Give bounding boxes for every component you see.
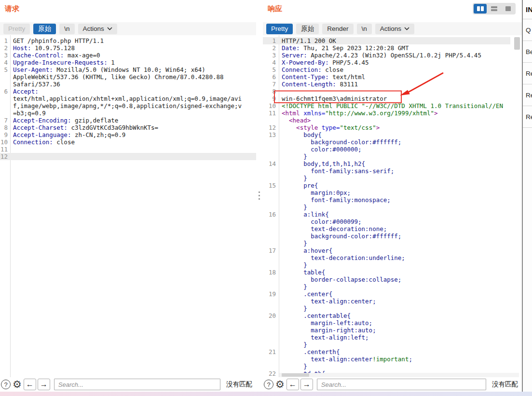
tab-raw[interactable]: 原始 [296, 24, 319, 34]
tab-pretty[interactable]: Pretty [3, 24, 30, 34]
layout-split-columns-button[interactable] [474, 4, 487, 14]
code-line: 16 a:link{ [263, 211, 510, 218]
code-line: 1HTTP/1.1 200 OK [263, 37, 510, 44]
code-text: Cache-Control: max-age=0 [10, 52, 100, 59]
inspector-item[interactable]: Re [523, 63, 532, 84]
arrow-right-icon: → [303, 381, 311, 388]
response-panel-title: 响应 [268, 4, 282, 14]
tab-label: Pretty [8, 25, 25, 32]
code-text: text-align:center!important; [279, 355, 412, 363]
request-search-input[interactable] [54, 379, 220, 390]
horizontal-scrollbar-thumb[interactable] [282, 373, 309, 377]
request-tabbar: Pretty原始\nActions [0, 22, 256, 35]
layout-split-rows-button[interactable] [488, 4, 501, 14]
code-line: text/html,application/xhtml+xml,applicat… [0, 95, 256, 102]
code-text: color:#000099; [279, 218, 362, 225]
code-text: <style type="text/css"> [279, 124, 380, 131]
tab-raw[interactable]: 原始 [33, 24, 56, 34]
code-text: color:#000000; [279, 146, 362, 153]
arrow-left-icon: ← [26, 381, 34, 388]
code-text: } [279, 305, 307, 312]
code-line: } [263, 261, 510, 269]
line-number: 6 [263, 73, 279, 81]
line-number [263, 175, 279, 182]
inspector-item[interactable]: Be [523, 41, 532, 63]
code-line: } [263, 305, 510, 312]
inspector-item[interactable]: Re [523, 106, 532, 128]
request-search-bar: ? ⚙ ← → 没有匹配 [0, 377, 256, 392]
response-search-input[interactable] [317, 379, 486, 390]
code-line: AppleWebKit/537.36 (KHTML, like Gecko) C… [0, 73, 256, 81]
line-number: 14 [263, 160, 279, 167]
code-line: color:#000000; [263, 146, 510, 153]
tab-label: Actions [380, 25, 401, 32]
line-number [0, 81, 10, 88]
code-text: .centerth{ [279, 348, 340, 355]
response-panel: 响应 Pretty原始Render\nActions 1HTTP/1.1 200… [263, 0, 522, 392]
code-text: Safari/537.36 [10, 81, 60, 88]
rows-icon [491, 6, 497, 11]
code-line: 7Accept-Encoding: gzip,deflate [0, 117, 256, 124]
code-text: <head> [279, 117, 311, 124]
code-line: text-align:center!important; [263, 355, 510, 363]
search-settings-button[interactable]: ⚙ [275, 380, 285, 389]
search-prev-button[interactable]: ← [286, 379, 299, 390]
arrow-right-icon: → [40, 381, 48, 388]
code-line: margin-right:auto; [263, 327, 510, 334]
code-line: 2Host: 10.9.75.128 [0, 44, 256, 52]
line-number [263, 218, 279, 225]
line-number [263, 355, 279, 363]
line-number: 6 [0, 88, 10, 95]
code-line: 8Accept-Charset: c3lzdGVtKCd3aG9hbWknKTs… [0, 124, 256, 131]
search-next-button[interactable]: → [38, 379, 50, 390]
code-line: } [263, 363, 510, 370]
tab-newline[interactable]: \n [59, 24, 74, 34]
line-number [0, 95, 10, 102]
search-help-button[interactable]: ? [1, 380, 11, 389]
layout-single-view-button[interactable] [502, 4, 515, 14]
tab-actions[interactable]: Actions [375, 24, 414, 34]
line-number: 9 [0, 131, 10, 138]
line-number: 4 [263, 59, 279, 66]
line-number: 2 [0, 44, 10, 52]
code-text: } [279, 363, 307, 370]
code-line: text-align:center; [263, 298, 510, 305]
code-line: 11 [0, 146, 256, 153]
code-line: margin:0px; [263, 189, 510, 196]
tab-actions[interactable]: Actions [78, 24, 117, 34]
tab-pretty[interactable]: Pretty [266, 24, 293, 34]
tab-newline[interactable]: \n [357, 24, 372, 34]
search-help-button[interactable]: ? [264, 380, 273, 389]
code-line: } [263, 240, 510, 247]
inspector-item[interactable]: Q [523, 19, 532, 41]
line-number: 10 [0, 138, 10, 146]
line-number [263, 319, 279, 327]
line-number [263, 138, 279, 146]
code-text: } [279, 283, 307, 290]
code-text: Accept-Encoding: gzip,deflate [10, 117, 118, 124]
help-icon: ? [4, 381, 7, 388]
line-number: 13 [263, 131, 279, 138]
line-number [263, 225, 279, 232]
line-number [263, 261, 279, 269]
request-editor[interactable]: 1GET /phpinfo.php HTTP/1.12Host: 10.9.75… [0, 35, 256, 377]
code-text: GET /phpinfo.php HTTP/1.1 [10, 37, 104, 44]
search-next-button[interactable]: → [300, 379, 313, 390]
code-line: font-family:monospace; [263, 196, 510, 204]
line-number: 9 [263, 95, 279, 102]
tab-render[interactable]: Render [322, 24, 353, 34]
search-prev-button[interactable]: ← [24, 379, 36, 390]
line-number: 2 [263, 44, 279, 52]
line-number: 10 [263, 102, 279, 109]
inspector-item[interactable]: Re [523, 84, 532, 106]
code-text: AppleWebKit/537.36 (KHTML, like Gecko) C… [10, 73, 224, 81]
horizontal-scrollbar [279, 373, 519, 377]
tab-label: \n [64, 25, 69, 32]
line-number: 4 [0, 59, 10, 66]
code-line: background-color:#ffffff; [263, 232, 510, 240]
response-editor[interactable]: 1HTTP/1.1 200 OK2Date: Thu, 21 Sep 2023 … [263, 35, 522, 377]
vertical-scrollbar-thumb[interactable] [514, 37, 520, 50]
divider-drag-handle[interactable] [259, 191, 260, 200]
search-settings-button[interactable]: ⚙ [12, 380, 22, 389]
code-text: X-Powered-By: PHP/5.4.45 [279, 59, 369, 66]
